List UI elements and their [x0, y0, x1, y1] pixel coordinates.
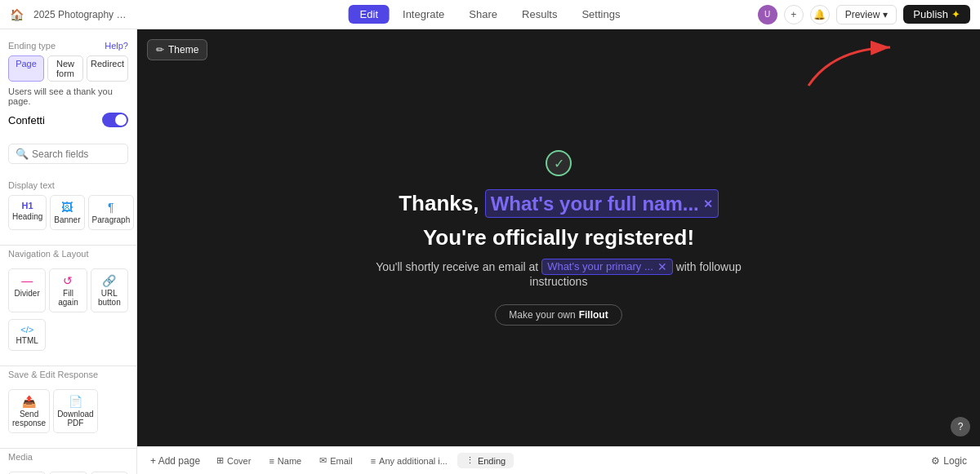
- search-input[interactable]: [32, 148, 121, 160]
- fillout-prefix: Make your own: [509, 309, 575, 321]
- type-newform-button[interactable]: New form: [47, 55, 83, 82]
- avatar[interactable]: U: [758, 5, 777, 24]
- ending-type-row: Page New form Redirect: [8, 55, 128, 82]
- email-icon: ✉: [319, 455, 327, 466]
- nav-layout-label: Navigation & Layout: [0, 249, 136, 259]
- save-edit-label: Save & Edit Response: [0, 370, 136, 379]
- field-url-button[interactable]: 🔗 URL button: [91, 268, 128, 312]
- help-icon: ?: [958, 421, 964, 432]
- logic-label: Logic: [943, 455, 967, 467]
- field-heading[interactable]: H1 Heading: [8, 195, 47, 230]
- email-chip[interactable]: What's your primary ... ✕: [541, 259, 673, 275]
- tab-email-label: Email: [330, 456, 353, 466]
- theme-btn-label: Theme: [168, 44, 198, 55]
- thankyou-content: ✓ Thanks, What's your full nam... ✕ You'…: [354, 134, 763, 342]
- save-fields: 📤 Send response 📄 Download PDF: [8, 389, 128, 433]
- search-section: 🔍: [0, 139, 136, 175]
- field-fill-again-label: Fill again: [53, 289, 82, 307]
- tab-email[interactable]: ✉ Email: [311, 453, 361, 468]
- fill-again-icon: ↺: [63, 274, 73, 287]
- tab-cover[interactable]: ⊞ Cover: [208, 453, 259, 468]
- app-title: 2025 Photography Registr...: [33, 9, 131, 20]
- type-page-button[interactable]: Page: [8, 55, 44, 82]
- checkmark: ✓: [554, 156, 564, 171]
- name-chip[interactable]: What's your full nam... ✕: [485, 189, 719, 218]
- help-link[interactable]: Help?: [105, 41, 128, 51]
- field-divider[interactable]: — Divider: [8, 268, 46, 312]
- tab-name-label: Name: [278, 456, 301, 466]
- chevron-down-icon: ▾: [883, 9, 888, 20]
- field-html-label: HTML: [16, 336, 38, 345]
- nav-fields-section: — Divider ↺ Fill again 🔗 URL button </> …: [0, 264, 136, 362]
- display-text-label: Display text: [8, 180, 128, 190]
- display-fields: H1 Heading 🖼 Banner ¶ Paragraph: [8, 195, 128, 230]
- field-banner-label: Banner: [54, 215, 80, 224]
- tab-additional-label: Any additional i...: [379, 456, 448, 466]
- check-icon: ✓: [546, 150, 572, 176]
- banner-icon: 🖼: [61, 201, 73, 214]
- tab-cover-label: Cover: [227, 456, 251, 466]
- email-line: You'll shortly receive an email at What'…: [371, 259, 746, 288]
- type-redirect-button[interactable]: Redirect: [87, 55, 128, 82]
- divider-2: [0, 365, 136, 366]
- tab-integrate[interactable]: Integrate: [391, 5, 456, 24]
- email-prefix: You'll shortly receive an email at: [376, 259, 538, 272]
- html-field-row: </> HTML: [8, 319, 128, 351]
- name-chip-close[interactable]: ✕: [703, 197, 713, 211]
- theme-button[interactable]: ✏ Theme: [147, 39, 207, 60]
- field-download-pdf[interactable]: 📄 Download PDF: [53, 389, 97, 433]
- publish-label: Publish: [913, 8, 948, 20]
- pencil-icon: ✏: [156, 44, 164, 55]
- ending-type-section: Ending type Help? Page New form Redirect…: [0, 36, 136, 139]
- field-divider-label: Divider: [15, 289, 40, 298]
- confetti-toggle[interactable]: [102, 113, 128, 127]
- tab-settings[interactable]: Settings: [570, 5, 631, 24]
- field-fill-again[interactable]: ↺ Fill again: [49, 268, 87, 312]
- top-nav: 🏠 2025 Photography Registr... Edit Integ…: [0, 0, 980, 29]
- help-button[interactable]: ?: [951, 417, 970, 436]
- fillout-button[interactable]: Make your own Fillout: [495, 304, 621, 326]
- divider-3: [0, 448, 136, 449]
- page-tabs: ⊞ Cover ≡ Name ✉ Email ≡ Any additional …: [208, 453, 923, 468]
- add-page-button[interactable]: + Add page: [144, 453, 207, 469]
- preview-button[interactable]: Preview ▾: [836, 5, 898, 24]
- tab-ending[interactable]: ⋮ Ending: [457, 453, 514, 468]
- info-text: Users will see a thank you page.: [8, 86, 128, 106]
- tab-share[interactable]: Share: [457, 5, 509, 24]
- field-send-response[interactable]: 📤 Send response: [8, 389, 50, 433]
- media-label: Media: [0, 452, 136, 462]
- main-area: ✏ Theme ✓ Thanks,: [137, 29, 980, 474]
- star-icon: ✦: [951, 8, 960, 20]
- confetti-label: Confetti: [8, 114, 45, 126]
- ending-type-label: Ending type: [8, 41, 56, 51]
- home-icon[interactable]: 🏠: [10, 8, 24, 21]
- display-text-section: Display text H1 Heading 🖼 Banner ¶ Parag…: [0, 175, 136, 241]
- bottom-right: ⚙ Logic: [924, 453, 973, 469]
- nav-fields: — Divider ↺ Fill again 🔗 URL button: [8, 268, 128, 312]
- name-icon: ≡: [269, 456, 274, 466]
- tab-edit[interactable]: Edit: [349, 5, 390, 24]
- field-download-pdf-label: Download PDF: [57, 410, 93, 427]
- divider-1: [0, 245, 136, 246]
- left-panel: Ending type Help? Page New form Redirect…: [0, 29, 137, 474]
- logic-button[interactable]: ⚙ Logic: [924, 453, 973, 469]
- notifications-button[interactable]: 🔔: [810, 5, 830, 24]
- field-paragraph[interactable]: ¶ Paragraph: [88, 195, 135, 230]
- preview-label: Preview: [845, 9, 880, 20]
- media-fields-section: 🖼 Image ▶ Video 📄 PDF Viewer: [0, 467, 136, 474]
- fillout-brand: Fillout: [579, 309, 608, 321]
- publish-button[interactable]: Publish ✦: [903, 5, 970, 24]
- field-html[interactable]: </> HTML: [8, 319, 46, 351]
- thanks-text: Thanks,: [399, 191, 479, 215]
- url-button-icon: 🔗: [102, 274, 116, 287]
- tab-name[interactable]: ≡ Name: [261, 453, 310, 468]
- field-banner[interactable]: 🖼 Banner: [50, 195, 84, 230]
- nav-right: U + 🔔 Preview ▾ Publish ✦: [758, 5, 970, 24]
- add-collaborator-button[interactable]: +: [784, 5, 804, 24]
- field-heading-label: Heading: [12, 212, 42, 221]
- nav-tabs: Edit Integrate Share Results Settings: [349, 5, 632, 24]
- tab-additional[interactable]: ≡ Any additional i...: [363, 453, 456, 468]
- name-chip-text: What's your full nam...: [491, 191, 699, 216]
- email-chip-close[interactable]: ✕: [657, 260, 667, 273]
- tab-results[interactable]: Results: [510, 5, 568, 24]
